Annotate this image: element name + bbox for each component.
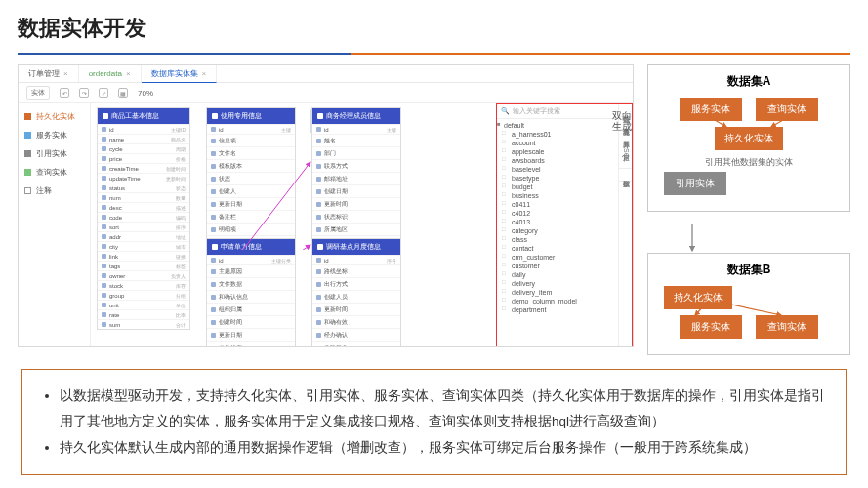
sidebar-item-comment[interactable]: 注释 [19,182,90,200]
field-row[interactable]: 主题原因 [207,264,295,277]
redo-icon[interactable]: ↷ [79,88,89,98]
fit-icon[interactable]: ⤢ [99,88,108,98]
tree-item[interactable]: delivery_item [498,288,617,297]
field-row[interactable]: link链接 [98,251,189,261]
close-icon[interactable]: × [63,69,68,78]
field-row[interactable]: 明细项 [207,223,295,235]
tree-item[interactable]: business [498,191,617,200]
field-row[interactable]: desc描述 [98,202,189,212]
field-row[interactable]: 路线坐标 [312,264,400,277]
field-row[interactable]: 更新日期 [207,197,295,210]
sidebar-item-query[interactable]: 查询实体 [19,163,90,182]
field-row[interactable]: 模板版本 [207,159,295,172]
field-row[interactable]: 创建人 [207,184,295,197]
field-row[interactable]: id主键 [207,124,295,134]
tree-item[interactable]: class [498,235,617,244]
model-canvas[interactable]: 商品工基本信息 id主键IDname商品名cycle周期price价格creat… [91,103,496,347]
entity-card[interactable]: 申请单力信息 id主键分类主题原因文件数据和确认信息组织归属创建时间更新日期当前… [206,238,296,347]
tree-item[interactable]: baselevel [498,165,617,174]
sidebar-item-persist[interactable]: 持久化实体 [19,107,90,126]
field-row[interactable]: stock库存 [98,280,189,290]
field-row[interactable]: 和确有效 [312,315,400,328]
field-row[interactable]: 姓名 [312,134,400,146]
field-row[interactable]: name商品名 [98,134,189,143]
field-row[interactable]: 出行方式 [312,277,400,290]
field-row[interactable]: group分组 [98,290,189,300]
tree-item[interactable]: contact [498,244,617,253]
tree-item[interactable]: applescale [498,147,617,156]
field-row[interactable]: num数量 [98,192,189,202]
mode-select[interactable]: 实体 [26,86,50,100]
vtab-sql[interactable]: 自定SQL [619,142,632,169]
field-row[interactable]: 所属地区 [312,223,400,235]
tree-item[interactable]: department [498,305,617,314]
field-row[interactable]: 创建时间 [207,315,295,328]
layout-icon[interactable]: ▦ [118,88,128,98]
field-row[interactable]: 更新时间 [312,197,400,210]
tree-item[interactable]: category [498,226,617,235]
tree-item[interactable]: budget [498,183,617,191]
field-row[interactable]: addr地址 [98,231,189,241]
tree-item[interactable]: awsboards [498,156,617,165]
field-row[interactable]: id主键ID [98,124,189,134]
tab-order-mgmt[interactable]: 订单管理× [19,65,79,82]
field-row[interactable]: id主键 [312,124,400,134]
field-row[interactable]: owner负责人 [98,270,189,280]
tree-item[interactable]: a_harness01 [498,130,617,139]
tree-item[interactable]: c4013 [498,218,617,226]
tree-root[interactable]: default [498,121,617,130]
field-row[interactable]: 更新时间 [312,303,400,315]
tab-entityset[interactable]: 数据库实体集× [142,65,218,83]
close-icon[interactable]: × [126,69,131,78]
search-input[interactable]: 🔍输入关键字搜索 [497,104,618,119]
sidebar-item-ref[interactable]: 引用实体 [19,144,90,163]
field-row[interactable]: 状态 [207,172,295,184]
tree-item[interactable]: c4012 [498,209,617,218]
field-row[interactable]: 文件名 [207,146,295,159]
tree-item[interactable]: c0411 [498,200,617,209]
field-row[interactable]: 信息项 [207,134,295,146]
field-row[interactable]: price价格 [98,153,189,163]
tab-orderdata[interactable]: orderdata× [79,65,142,82]
tree-item[interactable]: delivery [498,279,617,288]
entity-card[interactable]: 商品工基本信息 id主键IDname商品名cycle周期price价格creat… [97,107,190,330]
tree-item[interactable]: account [498,139,617,147]
field-row[interactable]: cycle周期 [98,143,189,153]
field-row[interactable]: 组织归属 [207,303,295,315]
field-row[interactable]: 创建日期 [312,184,400,197]
field-row[interactable]: 部门 [312,146,400,159]
field-row[interactable]: sort排序 [98,222,189,231]
field-row[interactable]: 更新日期 [207,328,295,341]
close-icon[interactable]: × [202,69,207,78]
field-row[interactable]: city城市 [98,241,189,251]
field-row[interactable]: 关联服务 [312,341,400,347]
datasource-tree[interactable]: default a_harness01accountapplescaleawsb… [497,119,618,316]
tree-item[interactable]: crm_customer [498,253,617,262]
field-row[interactable]: 备注栏 [207,210,295,223]
field-row[interactable]: 当前状态 [207,341,295,347]
tree-item[interactable]: basetype [498,174,617,183]
field-row[interactable]: 状态标识 [312,210,400,223]
vtab-model[interactable]: 数据模型 [619,169,632,182]
field-row[interactable]: updateTime更新时间 [98,173,189,183]
field-row[interactable]: 和确认信息 [207,290,295,303]
field-row[interactable]: 经办确认 [312,328,400,341]
undo-icon[interactable]: ↶ [60,88,69,98]
field-row[interactable]: unit单位 [98,300,189,309]
tree-item[interactable]: demo_column_model [498,297,617,305]
tree-item[interactable]: customer [498,262,617,270]
field-row[interactable]: id序号 [312,255,400,264]
field-row[interactable]: 创建人员 [312,290,400,303]
field-row[interactable]: sum合计 [98,319,189,329]
field-row[interactable]: createTime创建时间 [98,163,189,173]
field-row[interactable]: status状态 [98,183,189,192]
field-row[interactable]: id主键分类 [207,255,295,264]
field-row[interactable]: 联系方式 [312,159,400,172]
field-row[interactable]: 邮箱地址 [312,172,400,184]
sidebar-item-service[interactable]: 服务实体 [19,126,90,144]
field-row[interactable]: 文件数据 [207,277,295,290]
tree-item[interactable]: daily [498,270,617,279]
field-row[interactable]: tags标签 [98,261,189,270]
entity-card[interactable]: 调研基点月度信息 id序号路线坐标出行方式创建人员更新时间和确有效经办确认关联服… [311,238,401,347]
field-row[interactable]: rate比率 [98,309,189,319]
